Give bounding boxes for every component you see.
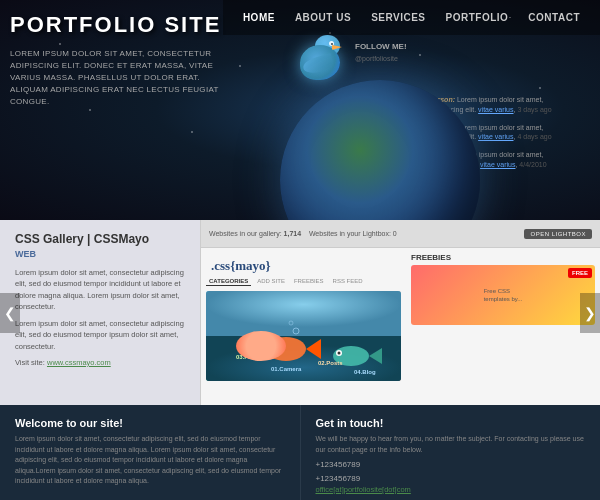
tab-categories[interactable]: CATEGORIES	[206, 277, 251, 286]
navigation: HOME ABOUT US SERVICES PORTFOLIO CONTACT	[223, 0, 600, 35]
freebie-text-1: Free CSStemplates by...	[484, 287, 523, 304]
svg-text:02.Posts: 02.Posts	[318, 360, 343, 366]
gallery-preview-panel: Websites in our gallery: 1,714 Websites …	[200, 220, 600, 405]
hero-section: HOME ABOUT US SERVICES PORTFOLIO CONTACT…	[0, 0, 600, 220]
contact-text: We will be happy to hear from you, no ma…	[316, 434, 586, 455]
twitter-bird-icon[interactable]	[295, 35, 355, 90]
contact-title: Get in touch!	[316, 417, 586, 429]
contact-column: Get in touch! We will be happy to hear f…	[301, 405, 601, 500]
nav-portfolio[interactable]: PORTFOLIO	[436, 12, 519, 23]
testimonial-3: Tobias Anderson: Lorem ipsum dolor sit a…	[390, 150, 595, 170]
testimonial-1-date: 3 days ago	[517, 106, 551, 113]
open-lightbox-button[interactable]: OPEN LIGHTBOX	[524, 229, 592, 239]
cssmayo-logo: .css{mayo}	[206, 253, 406, 274]
svg-point-4	[271, 342, 277, 348]
svg-rect-0	[206, 291, 401, 336]
bottom-section: Welcome to our site! Lorem ipsum dolor s…	[0, 405, 600, 500]
nav-about[interactable]: ABOUT US	[285, 12, 361, 23]
tab-freebies[interactable]: FREEBIES	[291, 277, 327, 286]
testimonial-3-link[interactable]: vitae varius	[480, 161, 515, 168]
nav-contact[interactable]: CONTACT	[518, 12, 590, 23]
gallery-para-1: Lorem ipsum dolor sit amet, consectetur …	[15, 267, 185, 312]
svg-point-2	[266, 337, 306, 361]
visit-site-label: Visit site: www.cssmayo.com	[15, 358, 185, 367]
contact-email[interactable]: office[at]portfoliosite[dot]com	[316, 485, 586, 494]
free-badge-1: FREE	[568, 268, 592, 278]
fish-illustration: 01.Camera 02.Posts 03.Photos 04.Blog	[206, 291, 401, 381]
gallery-title: CSS Gallery | CSSMayo	[15, 232, 185, 246]
tab-add-site[interactable]: ADD SITE	[254, 277, 288, 286]
preview-tabs: CATEGORIES ADD SITE FREEBIES RSS FEED	[206, 277, 406, 286]
testimonial-2-name: Tobias Anderson:	[396, 124, 455, 131]
fish-background: 01.Camera 02.Posts 03.Photos 04.Blog	[206, 291, 401, 381]
preview-count-text: Websites in our gallery: 1,714 Websites …	[209, 230, 397, 237]
testimonial-2: Tobias Anderson: Lorem ipsum dolor sit a…	[390, 123, 595, 143]
preview-header: Websites in our gallery: 1,714 Websites …	[201, 220, 600, 248]
welcome-column: Welcome to our site! Lorem ipsum dolor s…	[0, 405, 301, 500]
svg-text:01.Camera: 01.Camera	[271, 366, 302, 372]
testimonial-1-name: Tobias Anderson:	[396, 96, 455, 103]
testimonial-1-link[interactable]: vitae varius	[478, 106, 513, 113]
gallery-info-panel: CSS Gallery | CSSMayo WEB Lorem ipsum do…	[0, 220, 200, 405]
arrow-right-button[interactable]: ❯	[580, 293, 600, 333]
preview-right-panel: FREEBIES FREE Free CSStemplates by...	[411, 253, 595, 400]
testimonial-2-link[interactable]: vitae varius	[478, 133, 513, 140]
preview-content: .css{mayo} CATEGORIES ADD SITE FREEBIES …	[201, 248, 600, 405]
svg-text:04.Blog: 04.Blog	[354, 369, 376, 375]
testimonial-2-date: 4 days ago	[517, 133, 551, 140]
nav-services[interactable]: SERVICES	[361, 12, 435, 23]
gallery-para-2: Lorem ipsum dolor sit amet, consectetur …	[15, 318, 185, 352]
preview-left-panel: .css{mayo} CATEGORIES ADD SITE FREEBIES …	[206, 253, 406, 400]
visit-site-link[interactable]: www.cssmayo.com	[47, 358, 111, 367]
freebies-label: FREEBIES	[411, 253, 595, 262]
site-title: PORTFOLIO SITE	[10, 12, 221, 38]
gallery-subtitle: WEB	[15, 249, 185, 259]
freebie-item-1: FREE Free CSStemplates by...	[411, 265, 595, 325]
testimonial-3-name: Tobias Anderson:	[396, 151, 455, 158]
follow-username: @portfoliosite	[355, 54, 485, 63]
arrow-left-button[interactable]: ❮	[0, 293, 20, 333]
contact-phone-1: +123456789	[316, 460, 586, 469]
testimonials-panel: Tobias Anderson: Lorem ipsum dolor sit a…	[390, 95, 595, 178]
nav-home[interactable]: HOME	[233, 12, 285, 23]
welcome-text: Lorem ipsum dolor sit amet, consectetur …	[15, 434, 285, 487]
preview-count: 1,714	[284, 230, 302, 237]
svg-text:03.Photos: 03.Photos	[236, 354, 265, 360]
svg-point-9	[338, 352, 341, 355]
gallery-section: ❮ CSS Gallery | CSSMayo WEB Lorem ipsum …	[0, 220, 600, 405]
hero-body-text: LOREM IPSUM DOLOR SIT AMET, CONSECTETUR …	[10, 48, 230, 108]
testimonial-3-date: 4/4/2010	[519, 161, 546, 168]
tab-rss[interactable]: RSS FEED	[330, 277, 366, 286]
welcome-title: Welcome to our site!	[15, 417, 285, 429]
follow-me-label: FOLLOW ME!	[355, 42, 407, 51]
preview-thumbnail: 01.Camera 02.Posts 03.Photos 04.Blog	[206, 291, 401, 381]
testimonial-1: Tobias Anderson: Lorem ipsum dolor sit a…	[390, 95, 595, 115]
svg-point-5	[273, 344, 276, 347]
contact-phone-2: +123456789	[316, 474, 586, 483]
